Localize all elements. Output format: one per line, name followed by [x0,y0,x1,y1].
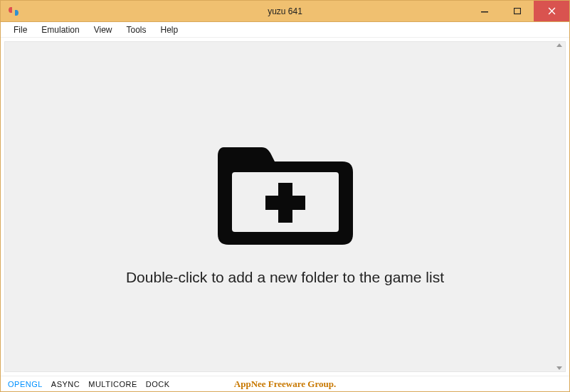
game-list-area[interactable]: Double-click to add a new folder to the … [4,41,566,372]
window-controls [468,1,569,21]
menu-tools[interactable]: Tools [120,23,154,36]
status-dock[interactable]: DOCK [146,380,170,388]
statusbar: OPENGL ASYNC MULTICORE DOCK AppNee Freew… [1,376,569,391]
status-renderer[interactable]: OPENGL [8,380,43,388]
menu-view[interactable]: View [87,23,120,36]
status-async[interactable]: ASYNC [51,380,80,388]
vertical-scrollbar[interactable] [555,43,564,370]
svg-rect-0 [481,11,488,13]
add-folder-icon [211,127,360,255]
status-multicore[interactable]: MULTICORE [88,380,137,388]
titlebar[interactable]: yuzu 641 [1,1,569,22]
app-icon [6,4,21,18]
menu-file[interactable]: File [6,23,34,36]
add-folder-hint: Double-click to add a new folder to the … [126,269,444,286]
menu-emulation[interactable]: Emulation [34,23,86,36]
svg-rect-1 [514,8,521,14]
watermark-text: AppNee Freeware Group. [234,378,336,390]
scroll-down-icon[interactable] [556,366,562,370]
menu-help[interactable]: Help [154,23,186,36]
scroll-up-icon[interactable] [556,43,562,47]
svg-rect-4 [265,196,305,210]
close-button[interactable] [534,1,569,21]
app-window: yuzu 641 File Emulation View Tools Help [0,0,570,392]
menubar: File Emulation View Tools Help [1,22,569,38]
minimize-button[interactable] [468,1,501,21]
maximize-button[interactable] [501,1,534,21]
window-title: yuzu 641 [268,6,302,16]
